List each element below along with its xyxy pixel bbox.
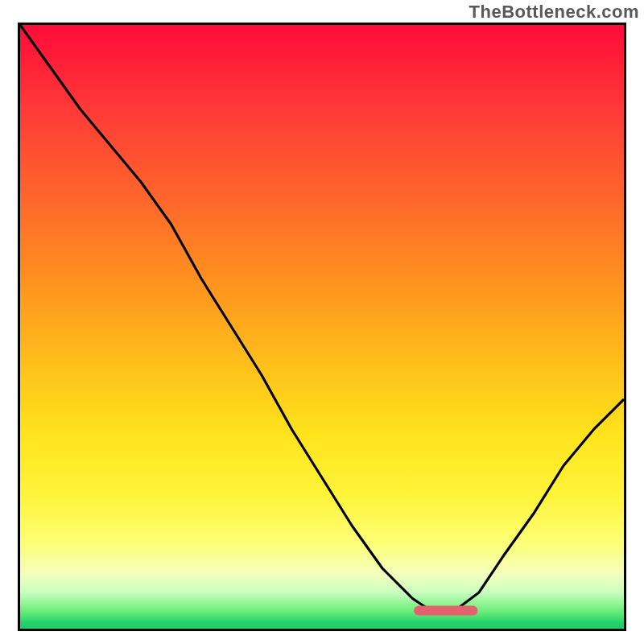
plot-area [18,23,626,631]
bottleneck-curve [20,25,624,610]
watermark-text: TheBottleneck.com [469,2,639,23]
chart-svg [20,25,624,629]
chart-stage: TheBottleneck.com [0,0,644,644]
